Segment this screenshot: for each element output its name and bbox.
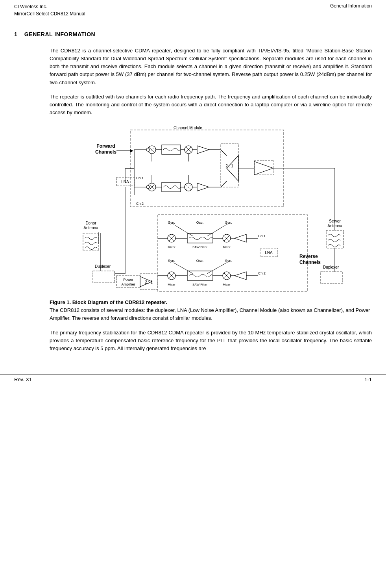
fwd-ch1-saw	[162, 145, 181, 154]
fwd-combiner-shape	[227, 156, 238, 181]
ch2-fwd-label: Ch 2	[136, 202, 144, 206]
forward-channels-label2: Channels	[95, 149, 116, 155]
page-header: CI Wireless Inc. MirrorCell Select CDR81…	[0, 0, 386, 19]
rev-ch1-syn-right-line	[207, 224, 227, 236]
header-right: General Information	[330, 3, 372, 9]
rev-ch2-syn-left: Syn.	[168, 259, 175, 263]
duplexer-right-label: Duplexer	[323, 265, 339, 269]
rev-ch1-saw-wave	[189, 237, 213, 240]
donor-ant-wave2	[85, 242, 97, 245]
fwd-ch1-amp	[197, 146, 209, 154]
section-heading: 1 GENERAL INFORMATION	[14, 31, 372, 37]
fwd-ch2-saw	[162, 182, 181, 192]
figure-caption-text: The CDR812 consists of several modules: …	[50, 307, 370, 321]
paragraph-2: The repeater is outfitted with two chann…	[50, 93, 372, 117]
fwd-comb-in2	[221, 181, 227, 187]
rev-ch1-mixer-right-lbl: Mixer	[223, 245, 231, 249]
duplexer-left-box	[93, 271, 115, 283]
reverse-channels-label: Reverse	[299, 254, 318, 259]
rev-ch2-syn-right: Syn.	[225, 259, 232, 263]
figure-caption: Figure 1. Block Diagram of the CDR812 re…	[50, 299, 372, 322]
page-footer: Rev. X1 1-1	[0, 375, 386, 384]
rev-ch2-saw-lbl: SAW Filter	[192, 283, 207, 286]
fwd-out-amp-box	[254, 161, 274, 175]
rev-combiner-label: 2 : 1	[145, 280, 153, 284]
rev-ch2-lbl: Ch 2	[258, 271, 266, 275]
fwd-ch1-node	[146, 148, 150, 151]
section-number: 1	[14, 31, 17, 37]
rev-ch1-osc: Osc.	[196, 221, 203, 224]
rev-ch2-syn-left-line	[174, 263, 193, 274]
rev-ch2-mixer-right-lbl: Mixer	[223, 283, 231, 286]
lna-right-label: LNA	[265, 250, 273, 255]
duplexer-left-label: Duplexer	[94, 264, 111, 269]
section-name: General Information	[330, 3, 372, 9]
reverse-channels-label2: Channels	[299, 260, 321, 265]
fwd-ch1-saw-wave	[163, 148, 181, 151]
manual-name: MirrorCell Select CDR812 Manual	[14, 10, 85, 17]
donor-antenna-box	[83, 233, 99, 251]
donor-antenna-label: Donor	[85, 221, 96, 225]
rev-ch1-lbl: Ch 1	[258, 234, 266, 238]
rev-ch1-mixer-left-lbl: Mixer	[168, 245, 175, 249]
block-diagram: Channel Module Forward Channels LNA Ch 1…	[79, 126, 347, 291]
footer-rev: Rev. X1	[14, 377, 32, 382]
ch1-fwd-label: Ch 1	[136, 176, 144, 180]
server-ant-wave2	[328, 239, 340, 242]
rev-ch2-mixer-left-lbl: Mixer	[168, 283, 175, 286]
section-title: GENERAL INFORMATION	[24, 31, 95, 37]
fwd-comb-in1	[221, 150, 227, 156]
footer-page: 1-1	[364, 377, 372, 382]
rev-ch1-syn-left-line	[174, 224, 193, 236]
fwd-combiner-label: 2 : 1	[225, 164, 233, 168]
fwd-ch2-amp	[197, 183, 209, 191]
server-ant-wave1	[328, 234, 340, 237]
forward-channels-label: Forward	[96, 143, 115, 149]
figure-caption-bold: Figure 1. Block Diagram of the CDR812 re…	[50, 299, 167, 305]
donor-ant-wave3	[85, 247, 97, 250]
rev-ch1-saw-lbl: SAW Filter	[192, 245, 207, 249]
fwd-out-amp-shape	[254, 161, 273, 175]
diagram-svg: Channel Module Forward Channels LNA Ch 1…	[79, 126, 355, 295]
paragraph-4: The primary frequency stabilization for …	[50, 329, 372, 352]
rev-ch1-syn-right: Syn.	[225, 221, 232, 224]
server-antenna-box	[326, 230, 344, 248]
rev-ch1-amp	[235, 234, 246, 242]
channel-module-box	[130, 130, 284, 207]
server-ant-wave3	[328, 245, 340, 247]
rev-ch2-osc: Osc.	[196, 259, 203, 263]
page-content: 1 GENERAL INFORMATION The CDR812 is a ch…	[0, 19, 386, 367]
donor-antenna-label2: Antenna	[83, 226, 98, 230]
paragraph-1: The CDR812 is a channel-selective CDMA r…	[50, 47, 372, 87]
power-amp-label1: Power	[123, 278, 133, 282]
rev-ch2-syn-right-line	[207, 263, 227, 274]
company-name: CI Wireless Inc.	[14, 3, 85, 10]
fwd-ch2-node	[146, 185, 150, 189]
duplexer-right-box	[321, 272, 342, 284]
rev-channel-box	[158, 215, 307, 291]
rev-ch2-amp	[235, 272, 246, 280]
rev-ch1-syn-left: Syn.	[168, 221, 175, 224]
channel-module-label: Channel Module	[174, 126, 202, 130]
rev-ch2-saw-wave	[189, 275, 213, 277]
fwd-ch2-saw-wave	[163, 186, 181, 189]
donor-ant-wave1	[85, 237, 97, 240]
fwd-arrow-head	[130, 149, 133, 152]
power-amp-label2: Amplifier	[121, 282, 135, 286]
header-left: CI Wireless Inc. MirrorCell Select CDR81…	[14, 3, 85, 17]
